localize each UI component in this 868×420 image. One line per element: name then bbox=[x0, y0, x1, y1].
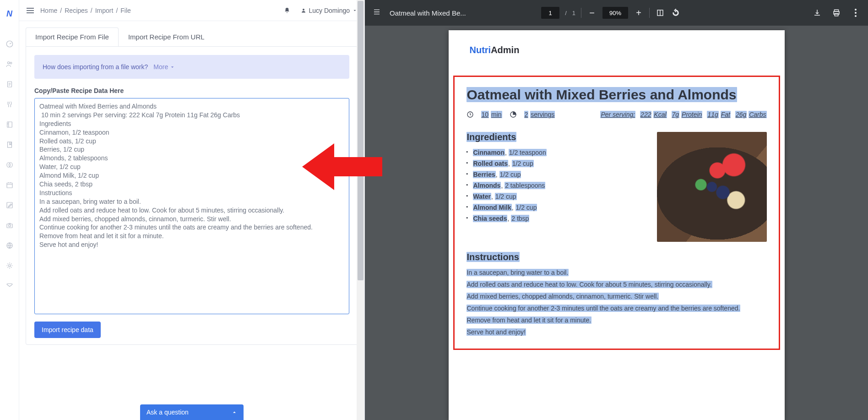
pdf-page: NutriAdmin Oatmeal with Mixed Berries an… bbox=[449, 30, 785, 420]
more-icon[interactable] bbox=[851, 8, 861, 18]
pdf-page-sep: / bbox=[565, 10, 567, 16]
instruction-step: Add rolled oats and reduce heat to low. … bbox=[467, 281, 767, 288]
ingredient-item: Berries, 1/2 cup bbox=[467, 171, 647, 178]
clock-icon bbox=[467, 111, 474, 118]
ask-question-button[interactable]: Ask a question bbox=[140, 404, 244, 420]
svg-point-11 bbox=[8, 225, 11, 227]
info-banner-text: How does importing from a file work? bbox=[43, 63, 148, 71]
pdf-toolbar: Oatmeal with Mixed Be... / 1 − + bbox=[365, 0, 868, 26]
brand-logo[interactable]: N bbox=[4, 8, 15, 19]
left-sidebar: N bbox=[0, 0, 19, 420]
support-icon[interactable] bbox=[5, 281, 14, 290]
ingredients-heading: Ingredients bbox=[467, 132, 647, 142]
servings-icon bbox=[510, 111, 517, 118]
ingredient-item: Almond Milk, 1/2 cup bbox=[467, 204, 647, 211]
templates-icon[interactable] bbox=[5, 120, 14, 129]
svg-point-6 bbox=[7, 163, 11, 168]
tab-import-file[interactable]: Import Recipe From File bbox=[26, 27, 119, 46]
svg-point-1 bbox=[7, 62, 10, 64]
ingredient-item: Water, 1/2 cup bbox=[467, 193, 647, 200]
info-more-link[interactable]: More bbox=[153, 63, 175, 71]
pdf-page-input[interactable] bbox=[541, 7, 559, 19]
svg-point-22 bbox=[855, 15, 857, 17]
tab-import-url[interactable]: Import Recipe From URL bbox=[119, 27, 214, 46]
chevron-down-icon bbox=[170, 65, 175, 70]
pdf-title: Oatmeal with Mixed Be... bbox=[390, 9, 466, 17]
rotate-icon[interactable] bbox=[671, 8, 681, 18]
recipe-paste-textarea[interactable] bbox=[34, 98, 349, 314]
instructions-list: In a saucepan, bring water to a boil.Add… bbox=[467, 269, 767, 336]
zoom-out-button[interactable]: − bbox=[587, 8, 597, 18]
documents-icon[interactable] bbox=[5, 80, 14, 89]
notifications-icon[interactable] bbox=[283, 7, 291, 14]
svg-point-21 bbox=[855, 12, 857, 14]
svg-point-20 bbox=[855, 9, 857, 11]
instructions-heading: Instructions bbox=[467, 252, 767, 262]
breadcrumb: Home / Recipes / Import / File bbox=[40, 7, 131, 14]
recipe-meta: 10 min 2 servings Per serving: 222 Kcal … bbox=[467, 111, 767, 118]
bookmarks-icon[interactable] bbox=[5, 140, 14, 149]
user-name: Lucy Domingo bbox=[309, 7, 350, 14]
scrollbar-thumb[interactable] bbox=[358, 1, 363, 280]
camera-icon[interactable] bbox=[5, 221, 14, 230]
ingredient-item: Rolled oats, 1/2 cup bbox=[467, 160, 647, 167]
pdf-viewport[interactable]: NutriAdmin Oatmeal with Mixed Berries an… bbox=[365, 26, 868, 420]
instruction-step: Serve hot and enjoy! bbox=[467, 328, 767, 336]
menu-toggle-icon[interactable] bbox=[27, 8, 34, 13]
instruction-step: In a saucepan, bring water to a boil. bbox=[467, 269, 767, 276]
instruction-step: Continue cooking for another 2-3 minutes… bbox=[467, 305, 767, 312]
ingredient-item: Almonds, 2 tablespoons bbox=[467, 182, 647, 189]
user-icon bbox=[301, 8, 306, 13]
pdf-zoom-input[interactable] bbox=[602, 7, 628, 19]
ingredient-item: Chia seeds, 2 tbsp bbox=[467, 215, 647, 222]
user-menu[interactable]: Lucy Domingo bbox=[301, 7, 358, 14]
globe-icon[interactable] bbox=[5, 241, 14, 250]
chevron-up-icon bbox=[232, 409, 237, 415]
pdf-menu-icon[interactable] bbox=[372, 8, 381, 17]
billing-icon[interactable] bbox=[5, 160, 14, 169]
ingredient-item: Cinnamon, 1/2 teaspoon bbox=[467, 149, 647, 156]
import-recipe-button[interactable]: Import recipe data bbox=[34, 322, 101, 338]
ingredients-list: Cinnamon, 1/2 teaspoonRolled oats, 1/2 c… bbox=[467, 149, 647, 222]
meals-icon[interactable] bbox=[5, 100, 14, 109]
crumb-recipes[interactable]: Recipes bbox=[65, 7, 88, 14]
pdf-brand: NutriAdmin bbox=[449, 45, 785, 55]
download-icon[interactable] bbox=[812, 8, 822, 18]
print-icon[interactable] bbox=[831, 8, 841, 18]
import-panel: How does importing from a file work? Mor… bbox=[26, 46, 358, 345]
fit-page-icon[interactable] bbox=[655, 8, 665, 18]
pdf-viewer-pane: Oatmeal with Mixed Be... / 1 − + bbox=[365, 0, 868, 420]
svg-point-7 bbox=[9, 163, 12, 168]
topbar: Home / Recipes / Import / File Lucy Domi… bbox=[19, 0, 364, 21]
app-pane: N Home / Reci bbox=[0, 0, 365, 420]
crumb-file: File bbox=[120, 7, 131, 14]
import-tabs: Import Recipe From File Import Recipe Fr… bbox=[26, 27, 358, 46]
calendar-icon[interactable] bbox=[5, 180, 14, 190]
svg-rect-4 bbox=[7, 122, 12, 127]
edit-icon[interactable] bbox=[5, 201, 14, 210]
paste-label: Copy/Paste Recipe Data Here bbox=[34, 87, 349, 94]
svg-point-13 bbox=[8, 265, 11, 267]
svg-rect-8 bbox=[7, 183, 12, 188]
recipe-title: Oatmeal with Mixed Berries and Almonds bbox=[467, 87, 767, 103]
zoom-in-button[interactable]: + bbox=[634, 8, 644, 18]
pdf-page-total: 1 bbox=[572, 10, 575, 16]
svg-point-14 bbox=[303, 9, 304, 11]
clients-icon[interactable] bbox=[5, 60, 14, 69]
instruction-step: Remove from heat and let it sit for a mi… bbox=[467, 316, 767, 324]
recipe-image bbox=[657, 132, 767, 242]
crumb-import[interactable]: Import bbox=[95, 7, 114, 14]
crumb-home[interactable]: Home bbox=[40, 7, 57, 14]
instruction-step: Add mixed berries, chopped almonds, cinn… bbox=[467, 293, 767, 300]
info-banner: How does importing from a file work? Mor… bbox=[34, 55, 349, 79]
svg-point-2 bbox=[10, 62, 12, 64]
settings-icon[interactable] bbox=[5, 261, 14, 270]
browser-scrollbar[interactable] bbox=[357, 0, 364, 420]
selection-frame: Oatmeal with Mixed Berries and Almonds 1… bbox=[453, 76, 780, 350]
page-body: Import Recipe From File Import Recipe Fr… bbox=[19, 21, 364, 420]
dashboard-icon[interactable] bbox=[5, 39, 14, 49]
